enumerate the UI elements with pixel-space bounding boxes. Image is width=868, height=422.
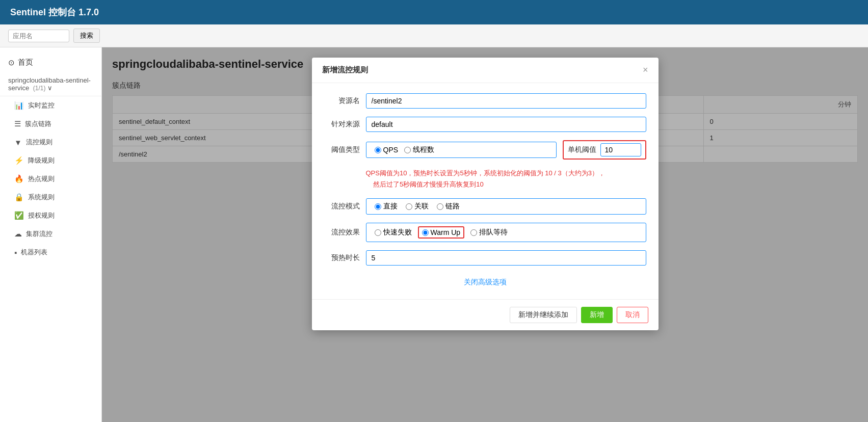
- threshold-value-box: 单机阈值: [563, 140, 646, 160]
- sidebar-item-auth[interactable]: ✅ 授权规则: [0, 206, 101, 225]
- home-icon: ⊙: [8, 58, 15, 67]
- flow-mode-row: 流控模式 直接 关联 链路: [324, 198, 646, 215]
- warm-up-label: Warm Up: [431, 228, 461, 236]
- direct-label: 直接: [383, 202, 398, 211]
- threshold-value-input[interactable]: [600, 143, 641, 156]
- filter-icon: ▼: [14, 138, 22, 147]
- resource-input[interactable]: [366, 93, 646, 109]
- threshold-type-box: QPS 线程数: [366, 142, 557, 158]
- queue-radio[interactable]: [470, 229, 477, 236]
- source-label: 针对来源: [324, 120, 360, 129]
- sidebar-item-hotspot[interactable]: 🔥 热点规则: [0, 170, 101, 188]
- chain-label: 链路: [445, 202, 460, 211]
- thread-radio-item[interactable]: 线程数: [404, 145, 434, 154]
- preheat-row: 预热时长: [324, 250, 646, 266]
- sidebar-item-chain[interactable]: ☰ 簇点链路: [0, 115, 101, 133]
- sidebar-label-machine: 机器列表: [21, 248, 47, 257]
- sidebar-item-flow[interactable]: ▼ 流控规则: [0, 133, 101, 151]
- dialog-footer: 新增并继续添加 新增 取消: [312, 299, 659, 330]
- preheat-label: 预热时长: [324, 253, 360, 262]
- fast-fail-radio-item[interactable]: 快速失败: [375, 228, 412, 237]
- dialog-overlay: 新增流控规则 × 资源名 针对来源: [102, 47, 868, 422]
- dialog-title: 新增流控规则: [322, 65, 368, 75]
- add-flow-rule-dialog: 新增流控规则 × 资源名 针对来源: [312, 58, 659, 330]
- threshold-value-label: 单机阈值: [568, 145, 596, 154]
- sidebar-item-realtime[interactable]: 📊 实时监控: [0, 96, 101, 115]
- sidebar: ⊙ 首页 springcloudalibaba-sentinel-service…: [0, 47, 102, 422]
- threshold-controls: QPS 线程数 单机阈值: [366, 140, 646, 160]
- add-continue-button[interactable]: 新增并继续添加: [510, 307, 577, 323]
- flow-mode-label: 流控模式: [324, 202, 360, 211]
- chain-radio-item[interactable]: 链路: [437, 202, 460, 211]
- queue-label: 排队等待: [479, 228, 508, 237]
- warning-text: QPS阈值为10，预热时长设置为5秒钟，系统初始化的阈值为 10 / 3（大约为…: [366, 168, 646, 190]
- app-badge: (1/1): [33, 85, 46, 92]
- associate-radio[interactable]: [406, 203, 412, 210]
- flow-effect-group: 快速失败 Warm Up 排队等待: [366, 223, 646, 242]
- sidebar-label-auth: 授权规则: [28, 211, 55, 220]
- fast-fail-label: 快速失败: [383, 228, 412, 237]
- sidebar-item-system[interactable]: 🔒 系统规则: [0, 188, 101, 206]
- sidebar-label-flow: 流控规则: [26, 138, 52, 147]
- main-content: springcloudalibaba-sentinel-service 簇点链路…: [102, 47, 868, 422]
- direct-radio[interactable]: [375, 203, 381, 210]
- lock-icon: 🔒: [14, 193, 24, 202]
- sidebar-app-item[interactable]: springcloudalibaba-sentinel-service (1/1…: [0, 72, 101, 96]
- search-button[interactable]: 搜索: [73, 29, 100, 43]
- sidebar-label-system: 系统规则: [28, 193, 55, 202]
- main-layout: ⊙ 首页 springcloudalibaba-sentinel-service…: [0, 47, 868, 422]
- cloud-icon: ☁: [14, 229, 22, 239]
- app-search-input[interactable]: [8, 30, 69, 42]
- fire-icon: 🔥: [14, 174, 24, 183]
- cluster-row: QPS阈值为10，预热时长设置为5秒钟，系统初始化的阈值为 10 / 3（大约为…: [324, 168, 646, 190]
- sidebar-label-realtime: 实时监控: [28, 101, 55, 110]
- threshold-row: 阈值类型 QPS 线程数: [324, 140, 646, 160]
- flow-effect-label: 流控效果: [324, 228, 360, 237]
- warm-up-selected-box: Warm Up: [418, 226, 465, 239]
- sidebar-label-hotspot: 热点规则: [28, 174, 55, 183]
- associate-radio-item[interactable]: 关联: [406, 202, 429, 211]
- sidebar-label-chain: 簇点链路: [25, 119, 51, 128]
- sidebar-item-cluster[interactable]: ☁ 集群流控: [0, 225, 101, 243]
- sidebar-item-machine[interactable]: ▪ 机器列表: [0, 243, 101, 261]
- advanced-options-link[interactable]: 关闭高级选项: [324, 274, 646, 289]
- machine-icon: ▪: [14, 248, 17, 257]
- topbar: 搜索: [0, 24, 868, 47]
- close-button[interactable]: ×: [643, 65, 648, 75]
- add-button[interactable]: 新增: [581, 307, 613, 323]
- bolt-icon: ⚡: [14, 156, 24, 165]
- source-row: 针对来源: [324, 117, 646, 132]
- source-input[interactable]: [366, 117, 646, 132]
- dialog-body: 资源名 针对来源 阈值类型: [312, 83, 659, 299]
- resource-row: 资源名: [324, 93, 646, 109]
- qps-radio-item[interactable]: QPS: [375, 146, 399, 154]
- queue-radio-item[interactable]: 排队等待: [470, 228, 508, 237]
- flow-effect-row: 流控效果 快速失败 Warm Up: [324, 223, 646, 242]
- chain-radio[interactable]: [437, 203, 443, 210]
- preheat-input[interactable]: [366, 250, 646, 266]
- dialog-header: 新增流控规则 ×: [312, 58, 659, 83]
- flow-mode-group: 直接 关联 链路: [366, 198, 646, 215]
- chart-icon: 📊: [14, 101, 24, 110]
- direct-radio-item[interactable]: 直接: [375, 202, 398, 211]
- thread-label: 线程数: [413, 145, 434, 154]
- thread-radio[interactable]: [404, 147, 411, 153]
- chevron-down-icon: ∨: [47, 84, 52, 92]
- sidebar-item-degrade[interactable]: ⚡ 降级规则: [0, 151, 101, 170]
- warm-up-radio-item[interactable]: Warm Up: [422, 228, 461, 236]
- threshold-type-label: 阈值类型: [324, 145, 360, 154]
- sidebar-label-degrade: 降级规则: [28, 156, 55, 165]
- warning-text-block: QPS阈值为10，预热时长设置为5秒钟，系统初始化的阈值为 10 / 3（大约为…: [366, 168, 646, 190]
- sidebar-label-cluster: 集群流控: [26, 229, 52, 239]
- resource-label: 资源名: [324, 96, 360, 106]
- app-header: Sentinel 控制台 1.7.0: [0, 0, 868, 24]
- cancel-button[interactable]: 取消: [617, 307, 648, 323]
- home-label: 首页: [18, 58, 33, 67]
- associate-label: 关联: [414, 202, 429, 211]
- check-icon: ✅: [14, 211, 24, 220]
- fast-fail-radio[interactable]: [375, 229, 381, 236]
- qps-label: QPS: [383, 146, 399, 154]
- warm-up-radio[interactable]: [422, 229, 429, 236]
- sidebar-item-home[interactable]: ⊙ 首页: [0, 52, 101, 72]
- qps-radio[interactable]: [375, 147, 381, 153]
